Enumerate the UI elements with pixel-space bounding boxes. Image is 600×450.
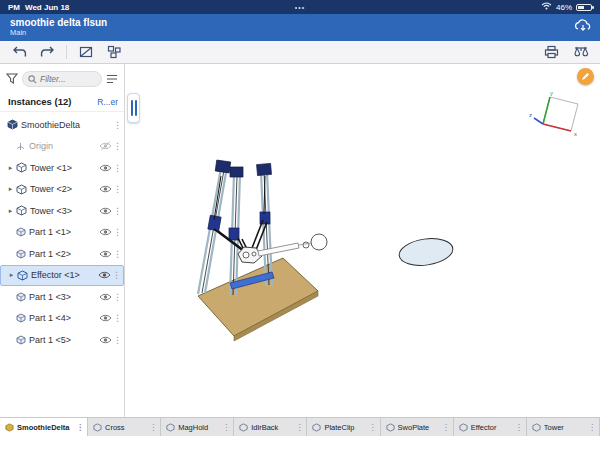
- instance-tree: SmoothieDelta ⋮ Origin ⋮ ▸ Tower <1> ⋮: [0, 114, 124, 351]
- tree-item-label: Part 1 <4>: [27, 313, 98, 323]
- filter-funnel-icon[interactable]: [6, 70, 18, 88]
- kebab-menu-icon[interactable]: ⋮: [113, 141, 122, 151]
- tree-item-part1-2[interactable]: Part 1 <2> ⋮: [0, 243, 124, 265]
- tree-item-tower-3[interactable]: ▸ Tower <3> ⋮: [0, 200, 124, 222]
- bottom-strip: [0, 436, 600, 450]
- assembly-toolbar: [0, 41, 600, 64]
- sync-status-icon[interactable]: [574, 19, 592, 38]
- instances-header: Instances (12): [8, 96, 71, 107]
- part-icon: [14, 313, 27, 323]
- tab-cross[interactable]: Cross ⋮: [88, 418, 161, 436]
- origin-icon: [14, 142, 27, 151]
- eye-icon[interactable]: [98, 249, 113, 259]
- eye-icon[interactable]: [98, 206, 113, 216]
- tree-item-label: Tower <1>: [28, 163, 98, 173]
- undo-button[interactable]: [10, 43, 28, 61]
- tree-item-part1-4[interactable]: Part 1 <4> ⋮: [0, 308, 124, 330]
- filter-input[interactable]: [40, 74, 88, 84]
- assembly-tab-icon: [5, 423, 14, 432]
- part-studio-tab-icon: [386, 423, 395, 432]
- tree-item-label: Part 1 <2>: [27, 249, 98, 259]
- search-icon: [28, 75, 37, 84]
- eye-icon[interactable]: [98, 313, 113, 323]
- tab-kebab-icon[interactable]: ⋮: [222, 423, 230, 432]
- eye-icon[interactable]: [98, 184, 113, 194]
- part-icon: [14, 249, 27, 259]
- tab-smoothiedelta[interactable]: SmoothieDelta ⋮: [0, 418, 88, 436]
- view-triad[interactable]: x y z: [529, 90, 578, 137]
- instances-panel: Instances (12) R...er SmoothieDelta ⋮ Or…: [0, 64, 125, 417]
- eye-icon[interactable]: [98, 227, 113, 237]
- tree-item-origin[interactable]: Origin ⋮: [0, 136, 124, 158]
- tab-kebab-icon[interactable]: ⋮: [295, 423, 303, 432]
- filter-search-field[interactable]: [22, 71, 102, 87]
- tree-item-effector[interactable]: ▸ Effector <1> ⋮: [0, 265, 124, 287]
- tab-plateclip[interactable]: PlateClip ⋮: [307, 418, 380, 436]
- tab-idlrback[interactable]: IdlrBack ⋮: [234, 418, 307, 436]
- tab-swoplate[interactable]: SwoPlate ⋮: [381, 418, 454, 436]
- tree-item-label: Part 1 <1>: [27, 227, 98, 237]
- ios-status-bar: PM Wed Jun 18 ••• 46%: [0, 0, 600, 14]
- glass-plate-part[interactable]: [397, 235, 454, 268]
- chevron-right-icon[interactable]: ▸: [7, 271, 16, 279]
- kebab-menu-icon[interactable]: ⋮: [113, 227, 122, 237]
- part-studio-tab-icon: [459, 423, 468, 432]
- multitask-dots: •••: [0, 4, 600, 11]
- tab-maghold[interactable]: MagHold ⋮: [161, 418, 234, 436]
- tree-item-label: Part 1 <5>: [27, 335, 98, 345]
- tab-tower[interactable]: Tower ⋮: [527, 418, 600, 436]
- kebab-menu-icon[interactable]: ⋮: [113, 313, 122, 323]
- panel-header-action[interactable]: R...er: [97, 97, 118, 107]
- tree-item-smoothiedelta[interactable]: SmoothieDelta ⋮: [0, 114, 124, 136]
- tab-kebab-icon[interactable]: ⋮: [76, 423, 84, 432]
- kebab-menu-icon[interactable]: ⋮: [112, 270, 121, 280]
- tab-kebab-icon[interactable]: ⋮: [149, 423, 157, 432]
- chevron-right-icon[interactable]: ▸: [6, 185, 15, 193]
- chevron-right-icon[interactable]: ▸: [6, 164, 15, 172]
- delta-printer-model[interactable]: [198, 160, 327, 341]
- tree-item-label: SmoothieDelta: [19, 120, 113, 130]
- eye-icon[interactable]: [98, 163, 113, 173]
- part-studio-tab-icon: [93, 423, 102, 432]
- eye-hidden-icon[interactable]: [98, 141, 113, 151]
- tree-item-part1-1[interactable]: Part 1 <1> ⋮: [0, 222, 124, 244]
- eye-icon[interactable]: [98, 335, 113, 345]
- toolbar-separator: [66, 45, 67, 59]
- list-options-icon[interactable]: [106, 70, 118, 88]
- kebab-menu-icon[interactable]: ⋮: [113, 120, 122, 130]
- section-view-button[interactable]: [77, 43, 95, 61]
- kebab-menu-icon[interactable]: ⋮: [113, 206, 122, 216]
- part-studio-tab-icon: [312, 423, 321, 432]
- print-button[interactable]: [542, 43, 560, 61]
- tab-kebab-icon[interactable]: ⋮: [515, 423, 523, 432]
- tree-item-part1-3[interactable]: Part 1 <3> ⋮: [0, 286, 124, 308]
- kebab-menu-icon[interactable]: ⋮: [113, 249, 122, 259]
- workspace-name: Main: [10, 28, 590, 37]
- tab-kebab-icon[interactable]: ⋮: [369, 423, 377, 432]
- panel-resize-handle[interactable]: [127, 93, 140, 123]
- exploded-view-button[interactable]: [105, 43, 123, 61]
- kebab-menu-icon[interactable]: ⋮: [113, 184, 122, 194]
- part-studio-icon: [16, 270, 29, 281]
- chevron-right-icon[interactable]: ▸: [6, 207, 15, 215]
- tree-item-tower-2[interactable]: ▸ Tower <2> ⋮: [0, 179, 124, 201]
- svg-text:z: z: [529, 112, 532, 118]
- part-studio-tab-icon: [166, 423, 175, 432]
- tree-item-tower-1[interactable]: ▸ Tower <1> ⋮: [0, 157, 124, 179]
- kebab-menu-icon[interactable]: ⋮: [113, 163, 122, 173]
- redo-button[interactable]: [38, 43, 56, 61]
- status-date: Wed Jun 18: [25, 3, 69, 12]
- kebab-menu-icon[interactable]: ⋮: [113, 292, 122, 302]
- part-studio-tab-icon: [239, 423, 248, 432]
- measure-button[interactable]: [572, 43, 590, 61]
- tab-effector[interactable]: Effector ⋮: [454, 418, 527, 436]
- kebab-menu-icon[interactable]: ⋮: [113, 335, 122, 345]
- tab-kebab-icon[interactable]: ⋮: [588, 423, 596, 432]
- eye-icon[interactable]: [97, 270, 112, 280]
- document-tab-bar: SmoothieDelta ⋮ Cross ⋮ MagHold ⋮ IdlrBa…: [0, 417, 600, 436]
- tab-kebab-icon[interactable]: ⋮: [442, 423, 450, 432]
- model-viewport[interactable]: x y z: [126, 64, 600, 417]
- tree-item-part1-5[interactable]: Part 1 <5> ⋮: [0, 329, 124, 351]
- eye-icon[interactable]: [98, 292, 113, 302]
- feedback-button[interactable]: [577, 68, 594, 85]
